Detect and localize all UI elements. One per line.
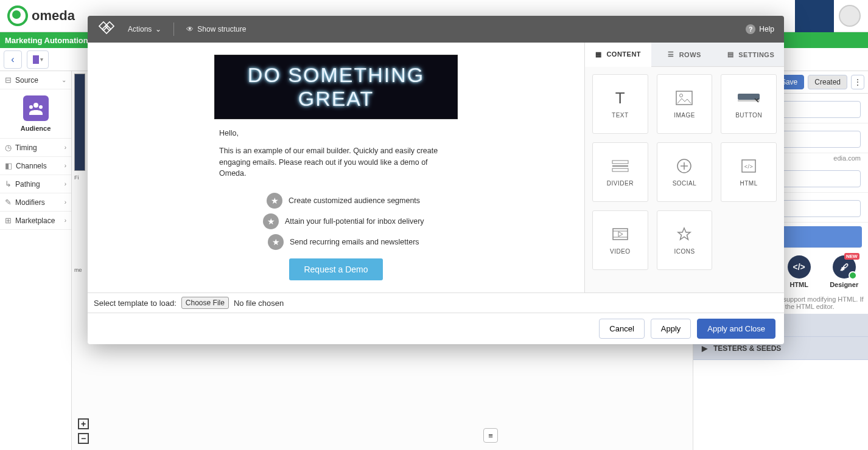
request-demo-button[interactable]: Request a Demo	[289, 258, 382, 280]
email-preview[interactable]: DO SOMETHING GREAT Hello, This is an exa…	[88, 43, 584, 292]
tile-text[interactable]: T TEXT	[592, 74, 648, 134]
source-icon: ⊟	[5, 75, 12, 85]
zoom-in-button[interactable]: +	[78, 418, 89, 429]
svg-point-0	[33, 103, 38, 108]
marketplace-icon: ⊞	[5, 216, 12, 225]
sidebar-audience[interactable]: Audience	[0, 89, 71, 139]
modal-header: Actions ⌄ 👁 Show structure ? Help	[88, 16, 784, 43]
tile-image[interactable]: IMAGE	[657, 74, 713, 134]
text-icon: T	[611, 90, 629, 106]
audience-label: Audience	[0, 125, 71, 132]
svg-point-1	[29, 105, 33, 109]
svg-rect-3	[102, 25, 111, 33]
sidebar-channels[interactable]: ◧Channels›	[0, 157, 71, 175]
tile-icons[interactable]: ICONS	[657, 210, 713, 270]
sidebar-source-label: Source	[15, 76, 38, 85]
primary-nav-button[interactable]	[795, 0, 834, 32]
show-structure-label: Show structure	[197, 25, 246, 33]
chevron-right-icon: ›	[65, 217, 66, 224]
zoom-controls: + −	[78, 418, 89, 444]
svg-rect-11	[612, 161, 628, 164]
hero-text: DO SOMETHING GREAT	[215, 63, 457, 111]
tab-rows[interactable]: ☰ROWS	[651, 43, 718, 66]
file-status: No file chosen	[234, 299, 284, 308]
help-icon: ?	[746, 24, 755, 34]
settings-icon: ▤	[727, 50, 734, 58]
svg-point-2	[39, 105, 43, 109]
layers-button[interactable]: ≡	[483, 428, 498, 443]
sidebar-pathing[interactable]: ↳Pathing›	[0, 175, 71, 193]
hero-image[interactable]: DO SOMETHING GREAT	[214, 55, 458, 119]
channels-icon: ◧	[5, 161, 12, 170]
help-link[interactable]: ? Help	[746, 24, 774, 34]
brand-name: omeda	[32, 8, 75, 24]
sub-header-title: Marketing Automation	[5, 36, 88, 45]
audience-icon	[23, 95, 49, 121]
eye-icon: 👁	[186, 25, 194, 33]
tile-label: IMAGE	[674, 112, 695, 119]
star-icon: ★	[263, 213, 279, 229]
chevron-down-icon: ▾	[40, 56, 43, 63]
show-structure-toggle[interactable]: 👁 Show structure	[186, 25, 246, 33]
content-html[interactable]: </>HTML	[788, 255, 811, 288]
sidebar-item-label: Modifiers	[15, 198, 45, 207]
panel-tabs: ▦CONTENT ☰ROWS ▤SETTINGS	[585, 43, 784, 67]
feature-item: ★Create customized audience segments	[214, 193, 458, 209]
sidebar-item-label: Marketplace	[15, 216, 55, 225]
sidebar-timing[interactable]: ◷Timing›	[0, 139, 71, 157]
sidebar-modifiers[interactable]: ✎Modifiers›	[0, 193, 71, 212]
divider-icon	[611, 158, 629, 174]
tile-divider[interactable]: DIVIDER	[592, 142, 648, 202]
svg-text:T: T	[615, 90, 625, 106]
tab-settings[interactable]: ▤SETTINGS	[718, 43, 784, 66]
sidebar-marketplace[interactable]: ⊞Marketplace›	[0, 212, 71, 230]
chevron-down-icon: ⌄	[61, 77, 66, 83]
tile-label: DIVIDER	[607, 180, 634, 187]
feature-item: ★Attain your full-potential for inbox de…	[214, 213, 458, 229]
choose-file-button[interactable]: Choose File	[181, 297, 229, 309]
zoom-out-button[interactable]: −	[78, 433, 89, 444]
apply-close-button[interactable]: Apply and Close	[697, 319, 775, 339]
cancel-button[interactable]: Cancel	[599, 319, 644, 339]
intro-paragraph: This is an example of our email builder.…	[219, 145, 453, 179]
rows-icon: ☰	[668, 50, 674, 58]
accordion-label: TESTERS & SEEDS	[713, 344, 781, 353]
tile-video[interactable]: VIDEO	[592, 210, 648, 270]
chevron-right-icon: ›	[65, 162, 66, 169]
tab-label: SETTINGS	[738, 51, 774, 58]
content-designer[interactable]: 🖌NEWDesigner	[830, 255, 858, 288]
tile-html[interactable]: </> HTML	[721, 142, 777, 202]
modifiers-icon: ✎	[5, 198, 12, 207]
chevron-right-icon: ›	[65, 199, 66, 206]
video-icon	[611, 226, 629, 242]
separator	[173, 22, 174, 36]
user-avatar[interactable]	[839, 5, 861, 27]
svg-rect-13	[612, 168, 628, 171]
created-badge: Created	[808, 75, 847, 89]
actions-menu[interactable]: Actions ⌄	[128, 25, 161, 33]
template-loader: Select template to load: Choose File No …	[88, 292, 784, 313]
tile-social[interactable]: SOCIAL	[657, 142, 713, 202]
brush-icon: 🖌NEW	[833, 255, 856, 279]
tab-label: ROWS	[679, 51, 701, 58]
tab-content[interactable]: ▦CONTENT	[585, 43, 651, 67]
tile-label: SOCIAL	[673, 180, 697, 187]
back-button[interactable]: ‹	[4, 50, 22, 69]
apply-button[interactable]: Apply	[651, 319, 691, 339]
chevron-left-icon: ‹	[11, 54, 14, 65]
star-icon: ★	[267, 193, 282, 209]
logo-icon	[7, 5, 28, 26]
view-toggle[interactable]: ▾	[27, 50, 49, 69]
sidebar-source[interactable]: ⊟Source ⌄	[0, 71, 71, 89]
svg-rect-7	[676, 91, 692, 105]
html-icon: </>	[740, 158, 758, 174]
tile-label: VIDEO	[610, 248, 631, 255]
more-button[interactable]: ⋮	[851, 75, 864, 89]
sidebar-item-label: Channels	[16, 162, 47, 170]
canvas-node[interactable]	[74, 74, 85, 171]
svg-rect-5	[105, 22, 114, 30]
tile-button[interactable]: BUTTON	[721, 74, 777, 134]
tile-label: ICONS	[674, 248, 695, 255]
svg-rect-4	[99, 22, 108, 30]
chevron-right-icon: ›	[65, 181, 66, 187]
